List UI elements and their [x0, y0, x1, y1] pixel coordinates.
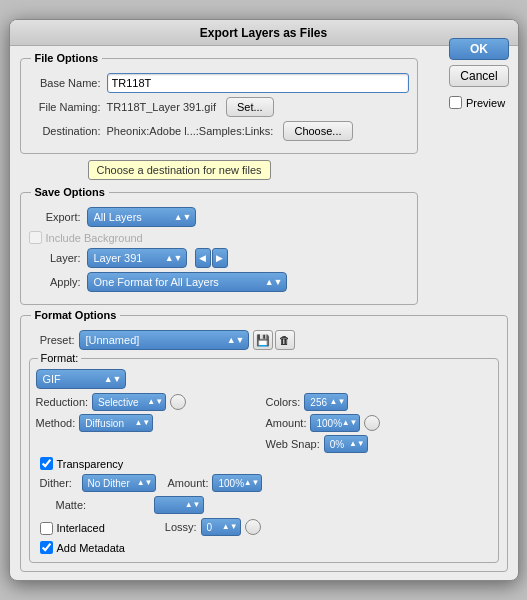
add-metadata-row: Add Metadata — [40, 541, 492, 554]
web-snap-row: Web Snap: 0% 25% 50% ▲▼ — [266, 435, 492, 453]
interlaced-checkbox[interactable] — [40, 522, 53, 535]
include-background-row: Include Background — [29, 231, 409, 244]
matte-select[interactable] — [154, 496, 204, 514]
dither-label: Dither: — [40, 477, 78, 489]
transparency-section: Transparency Dither: No Dither Diffusion… — [36, 457, 492, 514]
amount-select[interactable]: 100% 75% 50% — [310, 414, 360, 432]
preset-row: Preset: [Unnamed] ▲▼ 💾 🗑 — [29, 330, 499, 350]
file-naming-label: File Naming: — [29, 101, 101, 113]
export-layers-dialog: Export Layers as Files OK Cancel Preview… — [9, 19, 519, 581]
reduction-select-wrap: Selective Perceptual Adaptive ▲▼ — [92, 393, 166, 411]
interlaced-row: Interlaced — [40, 522, 105, 535]
preview-checkbox[interactable] — [449, 96, 462, 109]
matte-row: Matte: ▲▼ — [40, 496, 492, 514]
preset-delete-button[interactable]: 🗑 — [275, 330, 295, 350]
reduction-row: Reduction: Selective Perceptual Adaptive… — [36, 393, 262, 411]
base-name-input[interactable] — [107, 73, 409, 93]
right-col: Colors: 256 128 64 32 ▲▼ — [266, 393, 492, 453]
format-options-label: Format Options — [31, 309, 121, 321]
apply-select[interactable]: One Format for All Layers Each Layer Has… — [87, 272, 287, 292]
tooltip-text: Choose a destination for new files — [88, 160, 271, 180]
method-row: Method: Diffusion Pattern Noise No Dithe… — [36, 414, 262, 432]
layer-label: Layer: — [29, 252, 81, 264]
dither-row: Dither: No Dither Diffusion Pattern Nois… — [40, 474, 492, 492]
destination-row: Destination: Pheonix:Adobe l...:Samples:… — [29, 121, 409, 141]
format-select-row: GIF JPEG PNG-8 PNG-24 ▲▼ — [36, 369, 492, 389]
format-select[interactable]: GIF JPEG PNG-8 PNG-24 — [36, 369, 126, 389]
base-name-row: Base Name: — [29, 73, 409, 93]
set-button[interactable]: Set... — [226, 97, 274, 117]
ok-button[interactable]: OK — [449, 38, 509, 60]
web-snap-select[interactable]: 0% 25% 50% — [324, 435, 368, 453]
preset-label: Preset: — [29, 334, 75, 346]
colors-select[interactable]: 256 128 64 32 — [304, 393, 348, 411]
file-options-section: File Options Base Name: File Naming: TR1… — [20, 58, 418, 154]
method-select[interactable]: Diffusion Pattern Noise No Dither — [79, 414, 153, 432]
interlaced-label: Interlaced — [57, 522, 105, 534]
amount-row: Amount: 100% 75% 50% ▲▼ — [266, 414, 492, 432]
apply-row: Apply: One Format for All Layers Each La… — [29, 272, 409, 292]
dither-amount-label: Amount: — [168, 477, 209, 489]
layer-next-button[interactable]: ▶ — [212, 248, 228, 268]
format-inner-section: Format: GIF JPEG PNG-8 PNG-24 ▲▼ — [29, 358, 499, 563]
reduction-select[interactable]: Selective Perceptual Adaptive — [92, 393, 166, 411]
preview-label: Preview — [466, 97, 505, 109]
include-background-checkbox — [29, 231, 42, 244]
lossy-circle-btn[interactable] — [245, 519, 261, 535]
lossy-select[interactable]: 0 — [201, 518, 241, 536]
dialog-title-text: Export Layers as Files — [200, 26, 327, 40]
amount-select-wrap: 100% 75% 50% ▲▼ — [310, 414, 360, 432]
dialog-title: Export Layers as Files — [10, 20, 518, 46]
lossy-row: Lossy: 0 ▲▼ — [165, 518, 261, 536]
format-options-section: Format Options Preset: [Unnamed] ▲▼ 💾 🗑 … — [20, 315, 508, 572]
layer-select[interactable]: Layer 391 — [87, 248, 187, 268]
file-naming-value: TR118T_Layer 391.gif — [107, 101, 216, 113]
transparency-row: Transparency — [40, 457, 492, 470]
layer-select-wrap: Layer 391 ▲▼ — [87, 248, 187, 268]
preset-select[interactable]: [Unnamed] — [79, 330, 249, 350]
preset-icons: 💾 🗑 — [253, 330, 295, 350]
layer-nav-arrows: ◀ ▶ — [195, 248, 228, 268]
gif-options: Reduction: Selective Perceptual Adaptive… — [36, 393, 492, 453]
base-name-label: Base Name: — [29, 77, 101, 89]
bottom-checks: Interlaced Lossy: 0 ▲▼ — [36, 518, 492, 554]
amount-label: Amount: — [266, 417, 307, 429]
transparency-checkbox[interactable] — [40, 457, 53, 470]
layer-prev-button[interactable]: ◀ — [195, 248, 211, 268]
transparency-label: Transparency — [57, 458, 124, 470]
dither-select[interactable]: No Dither Diffusion Pattern Noise — [82, 474, 156, 492]
matte-select-wrap: ▲▼ — [154, 496, 204, 514]
save-options-label: Save Options — [31, 186, 109, 198]
colors-label: Colors: — [266, 396, 301, 408]
add-metadata-label: Add Metadata — [57, 542, 126, 554]
export-select[interactable]: All Layers Selected Layers — [87, 207, 196, 227]
file-options-label: File Options — [31, 52, 103, 64]
export-row: Export: All Layers Selected Layers ▲▼ — [29, 207, 409, 227]
file-naming-row: File Naming: TR118T_Layer 391.gif Set... — [29, 97, 409, 117]
matte-label: Matte: — [40, 499, 150, 511]
format-inner-label: Format: — [38, 352, 82, 364]
format-select-wrap: GIF JPEG PNG-8 PNG-24 ▲▼ — [36, 369, 126, 389]
layer-row: Layer: Layer 391 ▲▼ ◀ ▶ — [29, 248, 409, 268]
apply-label: Apply: — [29, 276, 81, 288]
add-metadata-checkbox[interactable] — [40, 541, 53, 554]
method-select-wrap: Diffusion Pattern Noise No Dither ▲▼ — [79, 414, 153, 432]
lossy-select-wrap: 0 ▲▼ — [201, 518, 241, 536]
web-snap-label: Web Snap: — [266, 438, 320, 450]
export-select-wrap: All Layers Selected Layers ▲▼ — [87, 207, 196, 227]
web-snap-select-wrap: 0% 25% 50% ▲▼ — [324, 435, 368, 453]
lossy-label: Lossy: — [165, 521, 197, 533]
method-label: Method: — [36, 417, 76, 429]
include-background-label: Include Background — [46, 232, 143, 244]
preset-save-button[interactable]: 💾 — [253, 330, 273, 350]
dither-amount-select[interactable]: 100% 75% — [212, 474, 262, 492]
export-label: Export: — [29, 211, 81, 223]
choose-button[interactable]: Choose... — [283, 121, 352, 141]
cancel-button[interactable]: Cancel — [449, 65, 509, 87]
amount-circle-btn[interactable] — [364, 415, 380, 431]
reduction-circle-btn[interactable] — [170, 394, 186, 410]
reduction-label: Reduction: — [36, 396, 89, 408]
dither-select-wrap: No Dither Diffusion Pattern Noise ▲▼ — [82, 474, 156, 492]
save-options-section: Save Options Export: All Layers Selected… — [20, 192, 418, 305]
destination-value: Pheonix:Adobe l...:Samples:Links: — [107, 125, 274, 137]
